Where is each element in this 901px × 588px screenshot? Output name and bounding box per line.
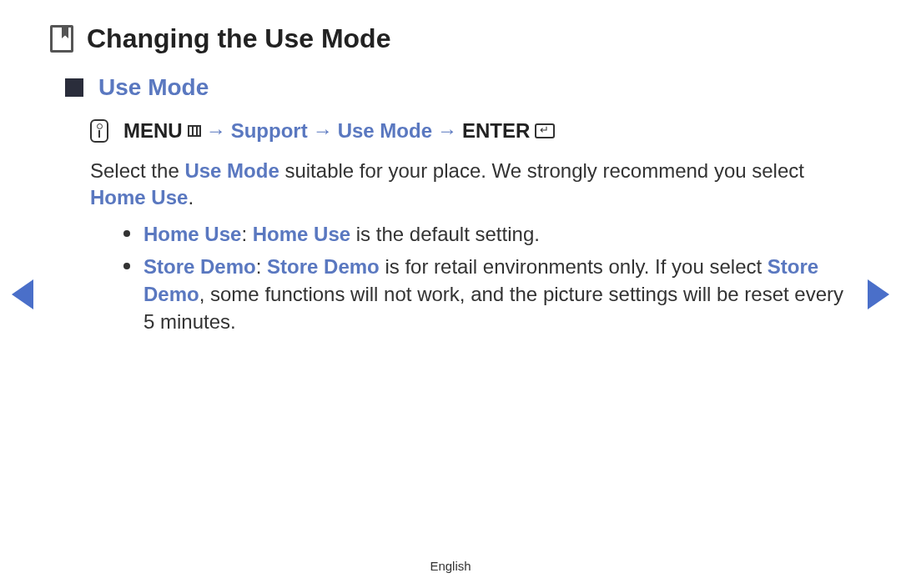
bullet-list: Home Use: Home Use is the default settin… [123,220,851,335]
list-item: Home Use: Home Use is the default settin… [123,220,851,248]
arrow-sep: → [313,119,333,143]
square-bullet-icon [65,78,83,97]
text: . [188,186,194,209]
footer-language: English [0,559,901,573]
page-title: Changing the Use Mode [87,23,390,54]
menu-path: MENU → Support → Use Mode → ENTER [90,119,851,143]
arrow-sep: → [437,119,457,143]
bullet-text: Store Demo: Store Demo is for retail env… [143,253,851,335]
bullet-dot-icon [123,230,130,237]
enter-label: ENTER [462,119,530,143]
enter-glyph-icon [535,123,555,138]
next-page-button[interactable] [868,279,889,309]
page-content: Changing the Use Mode Use Mode MENU → Su… [0,0,901,335]
intro-text: Select the Use Mode suitable for your pl… [90,158,851,212]
text: suitable for your place. We strongly rec… [279,159,804,182]
path-support: Support [231,119,308,143]
title-row: Changing the Use Mode [50,23,851,54]
text: Select the [90,159,184,182]
menu-glyph-icon [188,125,201,137]
section-title: Use Mode [98,74,209,101]
term-storedemo: Store Demo [267,255,380,278]
term-homeuse: Home Use [90,186,188,209]
text: : [241,223,252,245]
term-homeuse: Home Use [143,223,241,245]
list-item: Store Demo: Store Demo is for retail env… [123,253,851,335]
remote-icon [90,119,108,143]
section-row: Use Mode [65,74,851,101]
term-storedemo: Store Demo [143,255,256,278]
text: : [256,255,267,278]
bullet-text: Home Use: Home Use is the default settin… [143,220,540,248]
path-usemode: Use Mode [338,119,432,143]
term-usemode: Use Mode [184,159,279,182]
prev-page-button[interactable] [12,279,33,309]
text: is for retail environments only. If you … [380,255,768,278]
text: is the default setting. [350,223,540,245]
term-homeuse: Home Use [253,223,350,245]
arrow-sep: → [206,119,226,143]
bookmark-icon [50,25,73,53]
menu-label: MENU [123,119,183,143]
text: , some functions will not work, and the … [143,283,843,333]
bullet-dot-icon [123,263,130,269]
